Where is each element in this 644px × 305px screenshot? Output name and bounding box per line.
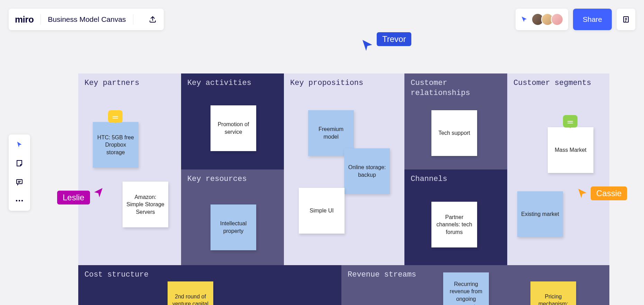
sticky-note[interactable]: Promotion of service [211, 105, 256, 151]
comment-tool-icon[interactable] [14, 177, 25, 187]
share-button[interactable]: Share [573, 9, 612, 30]
sticky-note[interactable]: Intellectual property [211, 204, 256, 250]
section-title: Channels [404, 169, 507, 189]
section-title: Customer relationships [404, 73, 507, 103]
svg-point-10 [21, 200, 23, 201]
avatar-stack[interactable] [531, 13, 563, 26]
export-icon[interactable] [148, 15, 158, 24]
top-bar: miro Business Model Canvas [9, 9, 164, 30]
left-toolbar [9, 134, 30, 211]
section-key-partners[interactable]: Key partners [78, 73, 181, 265]
sticky-note[interactable]: Tech support [431, 110, 477, 156]
canvas[interactable]: Key partners Key activities Key resource… [78, 73, 609, 305]
divider [133, 14, 133, 25]
section-title: Key partners [78, 73, 181, 93]
section-title: Key activities [181, 73, 284, 93]
section-title: Key resources [181, 169, 284, 189]
section-title: Customer segments [507, 73, 609, 93]
sticky-note[interactable]: Mass Market [548, 127, 593, 173]
remote-cursor-cassie: Cassie [576, 186, 627, 200]
more-tools-icon[interactable] [14, 195, 25, 206]
comment-icon[interactable] [108, 110, 123, 123]
sticky-note[interactable]: Recurring revenue from ongoing payments [443, 272, 489, 305]
sticky-note[interactable]: Partner channels: tech forums [431, 202, 477, 247]
sticky-note[interactable]: Amazon: Simple Storage Servers [123, 182, 168, 227]
sticky-note[interactable]: Simple UI [299, 188, 345, 234]
sticky-note[interactable]: Online storage: backup [344, 148, 390, 194]
notes-button[interactable] [617, 9, 635, 30]
top-right-controls: Share [516, 9, 635, 30]
sticky-note[interactable]: Pricing mechanism: freemium [530, 281, 576, 305]
cursor-label: Leslie [57, 191, 90, 204]
avatar[interactable] [551, 13, 563, 26]
cursor-label: Trevor [377, 32, 411, 46]
svg-point-9 [19, 200, 20, 201]
divider [41, 14, 41, 25]
remote-cursor-leslie: Leslie [57, 191, 105, 204]
collaborators-pill [516, 9, 568, 30]
miro-logo[interactable]: miro [15, 14, 34, 25]
cursor-label: Cassie [591, 186, 627, 200]
sticky-note[interactable]: Existing market [517, 191, 563, 237]
comment-icon[interactable] [563, 115, 578, 128]
sticky-note[interactable]: HTC: 5GB free Dropbox storage [93, 122, 138, 168]
sticky-note[interactable]: 2nd round of venture capital was [168, 281, 213, 305]
cursor-follow-icon[interactable] [520, 16, 528, 23]
section-title: Key propositions [284, 73, 404, 93]
sticky-note-tool-icon[interactable] [14, 158, 25, 168]
remote-cursor-trevor: Trevor [360, 32, 411, 46]
board-title[interactable]: Business Model Canvas [48, 15, 126, 24]
select-tool-icon[interactable] [14, 139, 25, 150]
svg-point-8 [16, 200, 17, 201]
